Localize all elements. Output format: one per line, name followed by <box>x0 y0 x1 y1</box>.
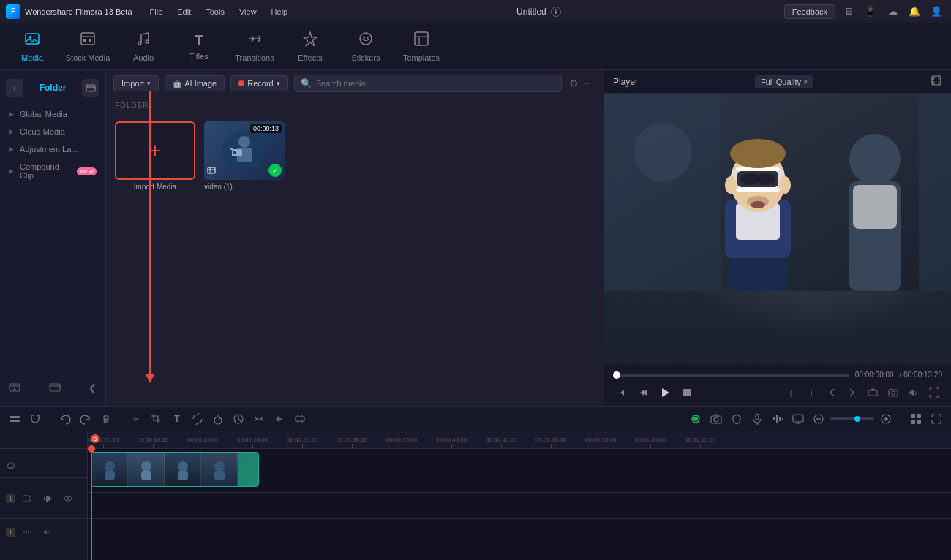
progress-thumb[interactable] <box>613 371 620 379</box>
voice-tl-btn[interactable] <box>769 410 786 428</box>
mark-in-icon[interactable]: { <box>783 385 799 401</box>
menu-view[interactable]: View <box>233 4 263 19</box>
audio-mute-icon[interactable] <box>39 523 56 541</box>
timeline-left-panel: 1 1 <box>0 431 88 560</box>
info-icon[interactable]: ℹ <box>551 7 561 17</box>
toolbar: Media Stock Media Audio T Titles Transit… <box>0 23 951 70</box>
bell-icon[interactable]: 🔔 <box>906 3 923 20</box>
tab-templates[interactable]: Templates <box>395 26 448 67</box>
feedback-button[interactable]: Feedback <box>784 4 835 19</box>
speed-btn[interactable] <box>209 410 227 428</box>
grid-tl-btn[interactable] <box>907 410 925 428</box>
sidebar-item-adjustment[interactable]: ▶ Adjustment La... <box>0 140 105 158</box>
trim-btn[interactable] <box>291 410 309 428</box>
tab-transitions[interactable]: Transitions <box>228 26 281 67</box>
player-expand-icon[interactable] <box>931 75 942 88</box>
add-track-btn[interactable] <box>6 410 23 428</box>
crop-btn[interactable] <box>148 410 165 428</box>
tab-stickers[interactable]: Stickers <box>339 26 392 67</box>
player-buttons: { } <box>613 385 942 401</box>
minus-tl-btn[interactable] <box>810 410 827 428</box>
more-icon[interactable]: ⋯ <box>583 76 596 91</box>
undo-btn[interactable] <box>56 410 74 428</box>
cloud-icon[interactable]: ☁ <box>884 3 901 20</box>
clip-thumbnail[interactable]: 00:00:13 ✓ <box>204 121 285 180</box>
import-media-cell[interactable]: + Import Media <box>115 121 195 191</box>
folder-icon[interactable] <box>49 381 61 395</box>
record-button[interactable]: Record ▾ <box>230 75 287 91</box>
tab-audio[interactable]: Audio <box>117 26 170 67</box>
audio-icon[interactable] <box>906 385 922 401</box>
sidebar-item-cloud-media[interactable]: ▶ Cloud Media <box>0 123 105 140</box>
toolbar-separator-3 <box>901 412 901 425</box>
svg-point-56 <box>693 417 698 421</box>
redo-btn[interactable] <box>77 410 94 428</box>
svg-point-74 <box>105 461 115 472</box>
sidebar-collapse-btn[interactable]: ❮ <box>89 382 97 393</box>
add-to-timeline-icon[interactable] <box>865 385 881 401</box>
media-clip-item[interactable]: 00:00:13 ✓ video (1) <box>204 121 285 191</box>
shield-tl-btn[interactable] <box>728 410 745 428</box>
frame-back-button[interactable] <box>635 385 651 401</box>
svg-point-40 <box>730 139 786 168</box>
new-folder-icon[interactable] <box>9 381 20 395</box>
import-button[interactable]: Import ▾ <box>113 75 159 91</box>
monitor-icon[interactable]: 🖥 <box>840 3 857 20</box>
transitions-tab-icon <box>247 31 263 50</box>
mark-out-icon[interactable]: } <box>803 385 819 401</box>
sidebar-folder-btn[interactable] <box>82 79 99 97</box>
delete-btn[interactable] <box>97 410 115 428</box>
tab-effects[interactable]: Effects <box>284 26 337 67</box>
tab-titles[interactable]: T Titles <box>173 26 225 67</box>
camera-tl-btn[interactable] <box>707 410 725 428</box>
next-frame-icon[interactable] <box>844 385 860 401</box>
menu-file[interactable]: File <box>144 4 169 19</box>
magnet-btn[interactable] <box>26 410 44 428</box>
timeline-start-marker[interactable]: S <box>91 434 99 443</box>
filter-icon[interactable]: ⚙ <box>568 76 580 91</box>
tab-media[interactable]: Media <box>6 26 59 67</box>
plus-tl-btn[interactable] <box>877 410 895 428</box>
prev-frame-icon[interactable] <box>824 385 840 401</box>
zoom-track[interactable] <box>830 417 874 420</box>
expand-tl-btn[interactable] <box>928 410 945 428</box>
track-audio-icon[interactable] <box>39 490 56 507</box>
loop-btn[interactable] <box>189 410 206 428</box>
ai-image-button[interactable]: 🤖 AI Image <box>165 75 225 91</box>
record-tl-btn[interactable] <box>687 410 704 428</box>
menu-help[interactable]: Help <box>266 4 294 19</box>
avatar-icon[interactable]: 👤 <box>928 3 945 20</box>
import-media-box[interactable]: + <box>115 121 195 180</box>
fullscreen-icon[interactable] <box>926 385 942 401</box>
audio-track-icon[interactable] <box>18 523 36 541</box>
stabilize-btn[interactable] <box>250 410 268 428</box>
menu-edit[interactable]: Edit <box>171 4 197 19</box>
play-button[interactable] <box>657 385 673 401</box>
snapshot-icon[interactable] <box>885 385 901 401</box>
phone-icon[interactable]: 📱 <box>862 3 879 20</box>
sidebar-item-compound-clip[interactable]: ▶ Compound Clip NEW <box>0 158 105 184</box>
color-btn[interactable] <box>230 410 247 428</box>
track-eye-icon[interactable] <box>59 490 77 507</box>
tab-stock-media[interactable]: Stock Media <box>61 26 114 67</box>
sidebar-add-btn[interactable]: + <box>6 79 23 97</box>
sidebar-item-global-media[interactable]: ▶ Global Media <box>0 105 105 123</box>
mic-tl-btn[interactable] <box>748 410 766 428</box>
reverse-btn[interactable] <box>271 410 288 428</box>
quality-selector[interactable]: Full Quality ▾ <box>755 75 813 88</box>
progress-track[interactable] <box>613 374 849 377</box>
media-tab-icon <box>24 31 40 50</box>
zoom-thumb[interactable] <box>854 416 860 422</box>
video-clip[interactable] <box>91 452 259 487</box>
text-btn[interactable]: T <box>168 410 186 428</box>
search-input[interactable] <box>316 79 555 88</box>
track-camera-icon[interactable] <box>18 490 36 507</box>
stop-button[interactable] <box>679 385 695 401</box>
screen-tl-btn[interactable] <box>789 410 807 428</box>
sidebar-global-media-label: Global Media <box>20 110 67 118</box>
split-btn[interactable]: ✂ <box>127 410 145 428</box>
step-back-button[interactable] <box>613 385 629 401</box>
menu-tools[interactable]: Tools <box>200 4 230 19</box>
import-dropdown-arrow: ▾ <box>147 80 151 87</box>
quality-dropdown-arrow: ▾ <box>804 78 808 86</box>
